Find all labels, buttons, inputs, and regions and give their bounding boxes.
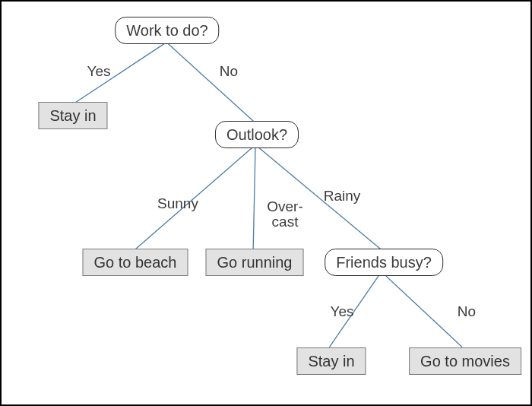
edge-label-no-2: No <box>458 304 476 319</box>
decision-tree-diagram: Work to do? Outlook? Friends busy? Stay … <box>0 0 532 406</box>
edge-friends-no <box>382 271 462 347</box>
tree-edges <box>2 2 530 404</box>
leaf-go-to-beach: Go to beach <box>83 249 188 276</box>
node-outlook: Outlook? <box>215 121 299 148</box>
edge-outlook-rainy <box>255 145 382 250</box>
leaf-stay-in-2: Stay in <box>296 347 366 375</box>
node-work-to-do: Work to do? <box>115 17 219 44</box>
edge-label-yes-1: Yes <box>87 64 111 79</box>
edge-root-no <box>166 43 255 123</box>
leaf-stay-in-1: Stay in <box>38 102 107 129</box>
edge-label-no-1: No <box>220 64 238 79</box>
edge-label-sunny: Sunny <box>157 196 198 211</box>
edge-outlook-overcast <box>253 145 255 250</box>
node-friends-busy: Friends busy? <box>325 249 443 276</box>
edge-label-yes-2: Yes <box>331 304 354 319</box>
leaf-go-to-movies: Go to movies <box>409 347 521 375</box>
leaf-go-running: Go running <box>206 249 304 276</box>
edge-label-rainy: Rainy <box>324 189 361 204</box>
edge-label-overcast: Over- cast <box>267 199 303 230</box>
